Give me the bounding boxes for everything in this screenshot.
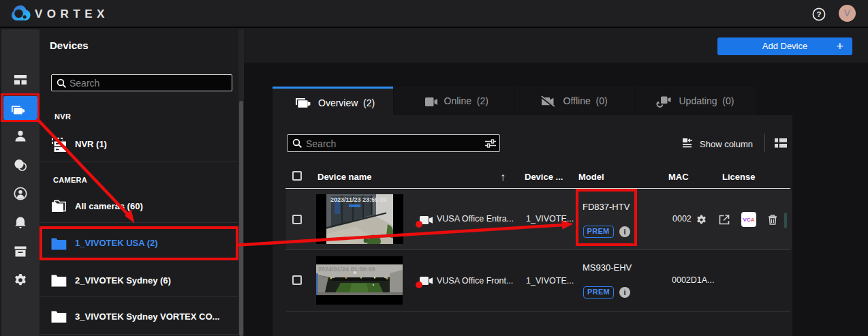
svg-text:?: ?	[816, 10, 821, 18]
svg-text:2023/11/23 23:59:00: 2023/11/23 23:59:00	[330, 196, 387, 203]
svg-text:VCA: VCA	[743, 217, 755, 223]
svg-text:2024/01/24 01:00:00: 2024/01/24 01:00:00	[318, 266, 375, 273]
